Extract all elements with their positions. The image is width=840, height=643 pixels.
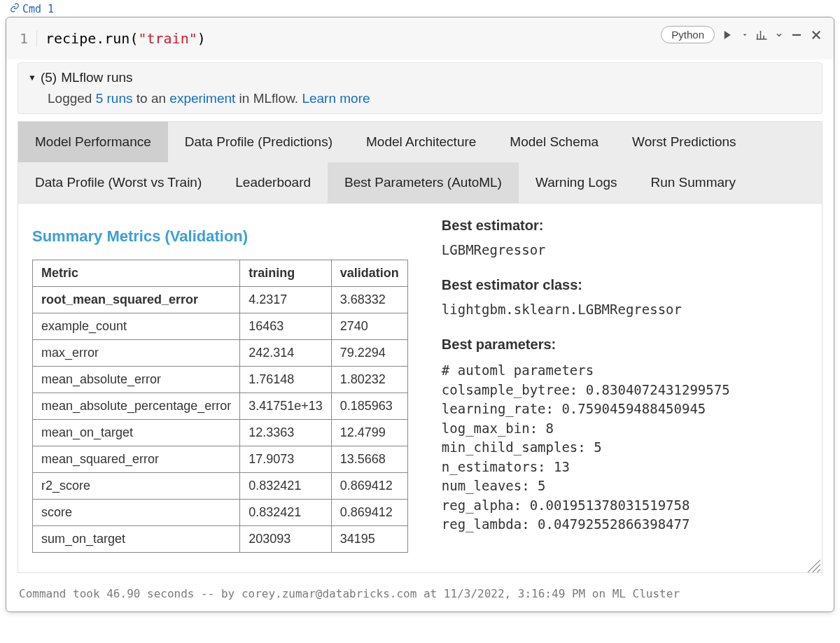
- runs-subtext: Logged 5 runs to an experiment in MLflow…: [48, 91, 812, 106]
- tab-data-profile-worst-vs-train-[interactable]: Data Profile (Worst vs Train): [18, 162, 218, 203]
- metric-training: 4.2317: [240, 287, 332, 313]
- metric-validation: 12.4799: [331, 420, 407, 446]
- cell-toolbar: Python: [661, 26, 822, 43]
- experiment-link[interactable]: experiment: [169, 91, 235, 106]
- code-suffix: ): [197, 30, 206, 47]
- output-tabs: Model PerformanceData Profile (Predictio…: [18, 121, 822, 204]
- line-number: 1: [18, 30, 37, 47]
- tab-best-parameters-automl-[interactable]: Best Parameters (AutoML): [328, 162, 519, 203]
- tab-worst-predictions[interactable]: Worst Predictions: [615, 122, 753, 162]
- param-line: log_max_bin: 8: [442, 419, 808, 439]
- metric-validation: 0.869412: [331, 473, 407, 500]
- resize-handle-icon[interactable]: [808, 560, 820, 572]
- best-estimator-class-value: lightgbm.sklearn.LGBMRegressor: [442, 302, 808, 317]
- param-line: colsample_bytree: 0.8304072431299575: [442, 381, 808, 400]
- summary-metrics-title: Summary Metrics (Validation): [32, 227, 408, 246]
- metric-name: root_mean_squared_error: [33, 287, 240, 313]
- code-line: recipe.run("train"): [46, 30, 206, 47]
- kernel-pill[interactable]: Python: [661, 26, 715, 43]
- metric-training: 242.314: [240, 340, 332, 367]
- param-line: n_estimators: 13: [442, 458, 808, 477]
- runs-sub-mid2: in MLflow.: [235, 91, 302, 106]
- metric-name: sum_on_target: [33, 526, 240, 553]
- param-line: num_leaves: 5: [442, 476, 808, 496]
- code-prefix: recipe.run(: [46, 30, 138, 47]
- metric-validation: 2740: [331, 313, 407, 340]
- tab-model-performance[interactable]: Model Performance: [18, 122, 168, 162]
- code-area[interactable]: 1 recipe.run("train") Python: [6, 17, 834, 59]
- metric-validation: 0.185963: [331, 393, 407, 420]
- notebook-cell: 1 recipe.run("train") Python ▼ (5) MLflo…: [6, 17, 834, 612]
- table-row: mean_squared_error17.907313.5668: [33, 446, 408, 473]
- metric-name: r2_score: [33, 473, 240, 500]
- table-row: mean_absolute_percentage_error3.41751e+1…: [33, 393, 408, 420]
- runs-sub-mid1: to an: [133, 91, 170, 106]
- output-content: Summary Metrics (Validation) Metrictrain…: [18, 204, 822, 573]
- table-row: mean_absolute_error1.761481.80232: [33, 367, 408, 393]
- table-header: validation: [331, 260, 407, 287]
- metrics-table: Metrictrainingvalidationroot_mean_square…: [32, 260, 408, 553]
- tab-data-profile-predictions-[interactable]: Data Profile (Predictions): [168, 122, 349, 162]
- command-footer: Command took 46.90 seconds -- by corey.z…: [6, 580, 834, 612]
- run-dropdown-icon[interactable]: [741, 29, 748, 41]
- mlflow-runs-card: ▼ (5) MLflow runs Logged 5 runs to an ex…: [18, 62, 822, 114]
- mlflow-runs-toggle[interactable]: ▼ (5) MLflow runs: [28, 70, 812, 85]
- table-header: training: [240, 260, 332, 287]
- runs-count: (5): [41, 70, 57, 85]
- table-row: max_error242.31479.2294: [33, 340, 408, 367]
- metric-name: example_count: [33, 313, 240, 340]
- metric-name: max_error: [33, 340, 240, 367]
- bar-chart-icon[interactable]: [755, 29, 768, 41]
- metric-validation: 3.68332: [331, 287, 407, 313]
- runs-sub-prefix: Logged: [48, 91, 96, 106]
- chevron-down-icon[interactable]: [775, 29, 783, 41]
- param-line: reg_lambda: 0.04792552866398477: [442, 515, 808, 535]
- metric-name: score: [33, 500, 240, 526]
- metric-training: 203093: [240, 526, 332, 553]
- table-row: score0.8324210.869412: [33, 500, 408, 526]
- learn-more-link[interactable]: Learn more: [302, 91, 370, 106]
- param-line: # automl parameters: [442, 361, 808, 381]
- metric-training: 3.41751e+13: [240, 393, 332, 420]
- best-parameters-label: Best parameters:: [442, 337, 808, 353]
- metric-name: mean_on_target: [33, 420, 240, 446]
- run-icon[interactable]: [722, 29, 734, 41]
- caret-down-icon: ▼: [28, 73, 36, 83]
- metric-name: mean_absolute_percentage_error: [33, 393, 240, 420]
- table-row: example_count164632740: [33, 313, 408, 340]
- table-row: sum_on_target20309334195: [33, 526, 408, 553]
- metric-validation: 0.869412: [331, 500, 407, 526]
- metric-training: 16463: [240, 313, 332, 340]
- best-estimator-label: Best estimator:: [442, 218, 808, 234]
- tab-model-schema[interactable]: Model Schema: [493, 122, 615, 162]
- param-line: min_child_samples: 5: [442, 438, 808, 458]
- runs-link[interactable]: 5 runs: [96, 91, 133, 106]
- best-parameters-list: # automl parameterscolsample_bytree: 0.8…: [442, 361, 808, 535]
- metric-training: 0.832421: [240, 500, 332, 526]
- minimize-icon[interactable]: [790, 29, 803, 41]
- metric-training: 0.832421: [240, 473, 332, 500]
- metric-validation: 34195: [331, 526, 407, 553]
- cmd-label: Cmd 1: [6, 3, 834, 15]
- metric-validation: 1.80232: [331, 367, 407, 393]
- metric-name: mean_absolute_error: [33, 367, 240, 393]
- runs-title: MLflow runs: [61, 70, 132, 85]
- table-row: mean_on_target12.336312.4799: [33, 420, 408, 446]
- table-row: r2_score0.8324210.869412: [33, 473, 408, 500]
- metric-validation: 13.5668: [331, 446, 407, 473]
- metric-training: 1.76148: [240, 367, 332, 393]
- metric-training: 12.3363: [240, 420, 332, 446]
- tab-model-architecture[interactable]: Model Architecture: [349, 122, 493, 162]
- param-line: learning_rate: 0.7590459488450945: [442, 400, 808, 419]
- link-icon: [10, 3, 20, 15]
- param-line: reg_alpha: 0.001951378031519758: [442, 496, 808, 516]
- cmd-label-text: Cmd 1: [22, 3, 54, 15]
- tab-warning-logs[interactable]: Warning Logs: [519, 162, 634, 203]
- metric-training: 17.9073: [240, 446, 332, 473]
- close-icon[interactable]: [810, 29, 822, 41]
- metric-validation: 79.2294: [331, 340, 407, 367]
- best-estimator-value: LGBMRegressor: [442, 242, 808, 257]
- tab-leaderboard[interactable]: Leaderboard: [218, 162, 328, 203]
- best-estimator-class-label: Best estimator class:: [442, 277, 808, 293]
- tab-run-summary[interactable]: Run Summary: [634, 162, 752, 203]
